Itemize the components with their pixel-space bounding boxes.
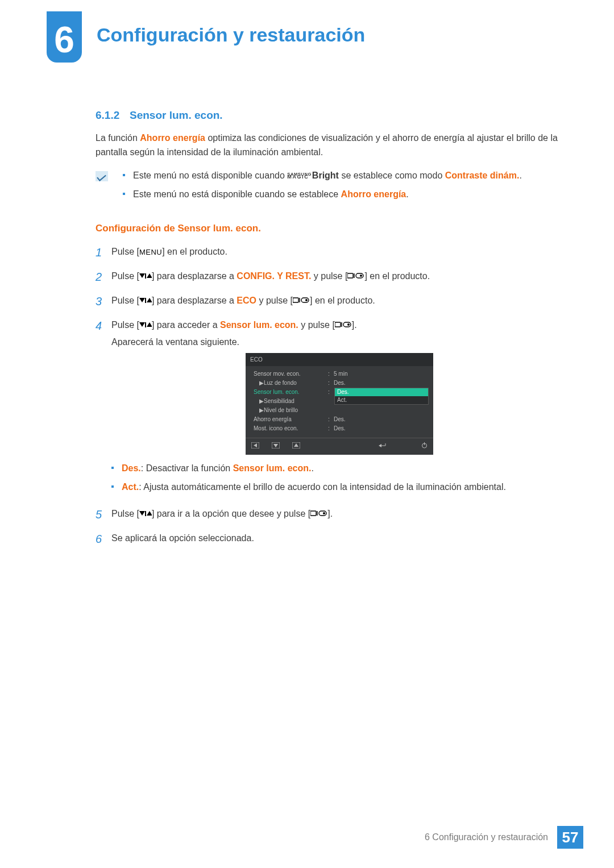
svg-marker-27: [139, 511, 145, 516]
osd-separator: :: [328, 388, 333, 397]
eco-term: ECO: [237, 296, 256, 305]
text: MAGIC: [287, 176, 312, 178]
osd-row: Most. icono econ.:Des.: [246, 424, 433, 433]
svg-rect-3: [347, 273, 353, 278]
osd-option: Act.: [335, 396, 428, 404]
svg-rect-7: [145, 298, 146, 303]
option-item: Des.: Desactivar la función Sensor lum. …: [111, 462, 567, 476]
text: y pulse [: [311, 271, 347, 281]
section-title: Sensor lum. econ.: [130, 109, 223, 121]
step-number: 1: [96, 244, 111, 261]
down-up-arrows-icon: [139, 294, 152, 309]
osd-row: ▶Nivel de brillo: [246, 406, 433, 415]
text: Luz de fondo: [264, 380, 297, 386]
source-enter-icon: [335, 319, 352, 333]
text: Este menú no está disponible cuando: [133, 171, 287, 180]
svg-marker-29: [147, 511, 152, 516]
svg-marker-8: [147, 298, 152, 302]
svg-rect-31: [319, 511, 326, 516]
option-item: Act.: Ajusta automáticamente el brillo d…: [111, 480, 567, 495]
source-enter-icon: [347, 270, 364, 284]
osd-nav-enter-icon: [378, 442, 387, 451]
step-number: 2: [96, 268, 111, 286]
svg-point-5: [360, 275, 362, 277]
sensor-lum-econ-term: Sensor lum. econ.: [233, 463, 312, 473]
osd-row: Ahorro energía:Des.: [246, 415, 433, 424]
osd-nav-bar: [246, 438, 433, 455]
osd-label-active: Sensor lum. econ.: [246, 388, 328, 397]
source-enter-icon: [293, 294, 310, 309]
section-heading: 6.1.2Sensor lum. econ.: [96, 107, 567, 123]
svg-point-32: [323, 512, 325, 514]
svg-point-11: [305, 299, 308, 301]
svg-point-17: [347, 323, 350, 326]
steps-list: 1 Pulse [MENU] en el producto. 2 Pulse […: [96, 245, 567, 548]
samsung-magic-logo: SAMSUNGMAGIC: [287, 173, 312, 178]
text: Pulse [: [111, 320, 139, 330]
svg-rect-10: [301, 298, 309, 302]
svg-rect-4: [356, 273, 363, 278]
osd-label: Most. icono econ.: [246, 424, 328, 433]
svg-marker-24: [379, 444, 381, 447]
osd-body: Sensor mov. econ.:5 min ▶Luz de fondo:De…: [246, 366, 433, 438]
step-item: 3 Pulse [] para desplazarse a ECO y puls…: [96, 294, 567, 310]
source-enter-icon: [310, 508, 327, 522]
step-item: 4 Pulse [] para acceder a Sensor lum. ec…: [96, 318, 567, 499]
text: La función: [96, 133, 140, 143]
osd-title: ECO: [246, 353, 433, 367]
text: : Ajusta automáticamente el brillo de ac…: [139, 482, 506, 492]
text: ] en el producto.: [162, 247, 227, 256]
text: Aparecerá la ventana siguiente.: [111, 335, 567, 350]
osd-value: Des.: [333, 415, 433, 424]
sensor-lum-econ-term: Sensor lum. econ.: [220, 320, 298, 330]
down-up-arrows-icon: [139, 319, 152, 333]
option-off-term: Des.: [122, 463, 141, 473]
page-footer: 6 Configuración y restauración 57: [0, 826, 614, 849]
option-on-term: Act.: [122, 482, 139, 492]
svg-marker-0: [139, 273, 145, 278]
svg-marker-2: [147, 273, 152, 278]
text: .: [519, 171, 521, 180]
step-number: 3: [96, 293, 111, 310]
svg-marker-12: [139, 322, 145, 327]
energy-saving-term: Ahorro energía: [341, 189, 406, 199]
magicbright-term: Bright: [312, 171, 339, 180]
step-body: Pulse [] para desplazarse a ECO y pulse …: [111, 294, 567, 310]
osd-separator: :: [328, 379, 333, 388]
down-up-arrows-icon: [139, 508, 152, 522]
note-check-icon: [96, 171, 108, 181]
chapter-number-badge: 6: [47, 11, 82, 63]
energy-saving-term: Ahorro energía: [140, 133, 205, 143]
step-item: 1 Pulse [MENU] en el producto.: [96, 245, 567, 261]
osd-nav-down-icon: [272, 442, 280, 451]
dynamic-contrast-term: Contraste dinám.: [445, 171, 520, 180]
text: ] en el producto.: [310, 296, 375, 305]
svg-rect-16: [343, 322, 351, 327]
osd-dropdown: Des. Act.: [334, 388, 429, 405]
osd-label: ▶Sensibilidad: [246, 397, 328, 406]
step-number: 5: [96, 506, 111, 524]
svg-rect-1: [145, 273, 146, 279]
step-item: 5 Pulse [] para ir a la opción que desee…: [96, 507, 567, 524]
osd-value: Des.: [333, 424, 433, 433]
text: y pulse [: [298, 320, 335, 330]
osd-nav-up-icon: [292, 442, 300, 451]
text: ] para desplazarse a: [152, 296, 237, 305]
text: Pulse [: [111, 247, 139, 256]
svg-marker-14: [147, 322, 152, 327]
note-item: Este menú no está disponible cuando se e…: [123, 188, 567, 202]
osd-separator: :: [328, 369, 333, 379]
text: : Desactivar la función: [141, 463, 233, 473]
text: Nivel de brillo: [264, 407, 298, 413]
step-body: Se aplicará la opción seleccionada.: [111, 531, 567, 548]
note-item: Este menú no está disponible cuando SAMS…: [123, 169, 567, 183]
svg-rect-13: [145, 322, 146, 327]
text: Pulse [: [111, 509, 139, 518]
osd-label: ▶Luz de fondo: [246, 379, 328, 388]
osd-label: Sensor mov. econ.: [246, 369, 328, 379]
step-item: 2 Pulse [] para desplazarse a CONFIG. Y …: [96, 269, 567, 286]
step-body: Pulse [] para ir a la opción que desee y…: [111, 507, 567, 524]
intro-paragraph: La función Ahorro energía optimiza las c…: [96, 131, 567, 160]
svg-marker-6: [139, 298, 145, 302]
text: ] para desplazarse a: [152, 271, 237, 281]
